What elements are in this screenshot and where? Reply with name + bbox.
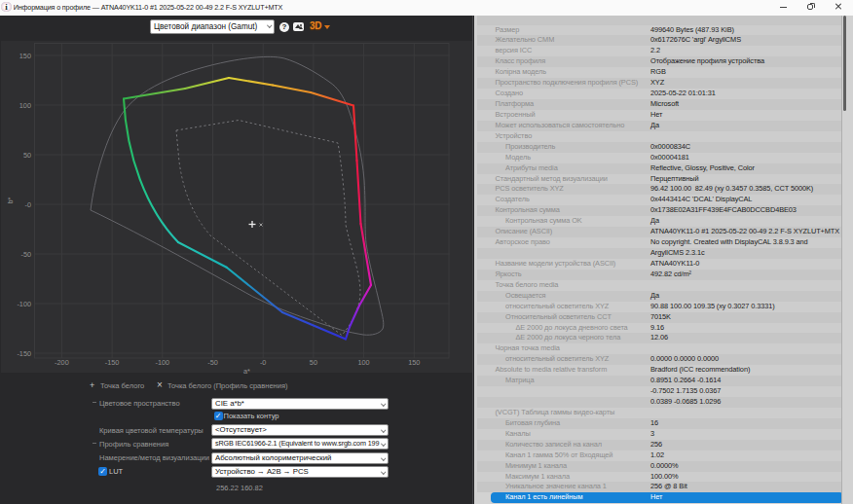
svg-text:150: 150 (19, 52, 31, 60)
svg-text:b*: b* (6, 197, 15, 203)
svg-text:-100: -100 (17, 300, 31, 308)
svg-text:50: 50 (23, 151, 31, 160)
svg-text:-0: -0 (260, 358, 267, 367)
svg-text:-0: -0 (25, 200, 32, 209)
svg-text:-50: -50 (207, 358, 218, 367)
svg-text:50: 50 (310, 358, 317, 367)
svg-text:a*: a* (243, 367, 250, 376)
svg-text:-50: -50 (20, 250, 31, 259)
svg-text:150: 150 (408, 358, 420, 367)
svg-text:100: 100 (358, 358, 370, 367)
svg-text:-150: -150 (17, 349, 31, 358)
svg-text:-150: -150 (105, 358, 120, 367)
svg-text:-100: -100 (155, 358, 169, 367)
svg-text:100: 100 (19, 101, 31, 110)
svg-text:-200: -200 (55, 358, 69, 367)
